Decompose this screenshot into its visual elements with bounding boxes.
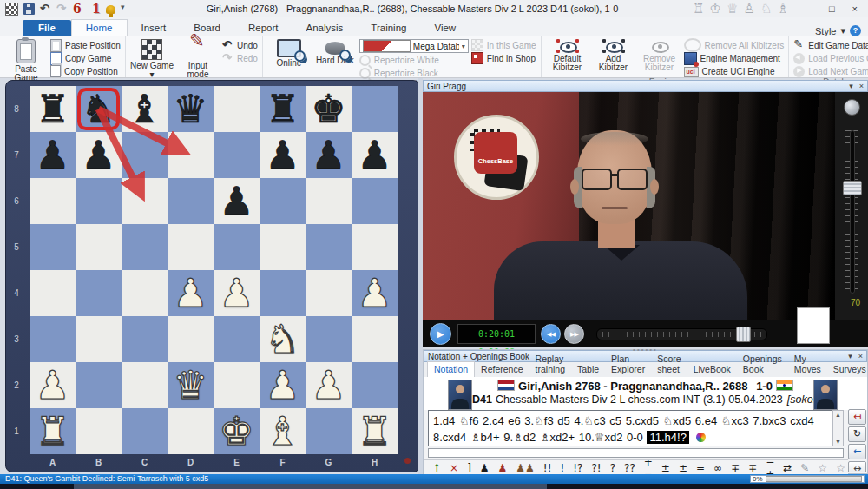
- volume-slider[interactable]: [845, 130, 858, 294]
- notation-tab-surveys[interactable]: Surveys: [827, 362, 868, 377]
- move-0-0[interactable]: 0-0: [627, 431, 643, 444]
- move-b4[interactable]: ♗b4+: [470, 431, 500, 444]
- button-remove-kibitzer[interactable]: Remove Kibitzer: [638, 38, 681, 72]
- button-repertoire-black[interactable]: Repertoire Black: [359, 67, 469, 79]
- annotation-symbol-15[interactable]: =: [696, 462, 705, 474]
- button-load-next-game[interactable]: Load Next Game: [793, 65, 868, 77]
- redo-button[interactable]: [56, 3, 68, 15]
- button-online[interactable]: Online: [267, 38, 311, 68]
- tab-training[interactable]: Training: [357, 20, 420, 36]
- piece-a1[interactable]: ♜: [30, 408, 76, 454]
- square-b2[interactable]: [76, 362, 122, 408]
- piece-h1[interactable]: ♜: [352, 408, 398, 454]
- square-e7[interactable]: [214, 132, 260, 178]
- button-remove-all-kibitzers[interactable]: Remove All Kibitzers: [684, 39, 785, 51]
- annotation-symbol-22[interactable]: ☆: [818, 462, 827, 474]
- tab-insert[interactable]: Insert: [128, 20, 181, 36]
- move-11-h4[interactable]: 11.h4!?: [647, 431, 688, 444]
- square-g5[interactable]: [306, 224, 352, 270]
- move-2-c4[interactable]: 2.c4: [483, 414, 504, 427]
- volume-slider-handle[interactable]: [843, 181, 862, 195]
- help-icon[interactable]: ?: [850, 25, 861, 36]
- seek-handle[interactable]: [736, 327, 751, 342]
- scroll-up-icon[interactable]: ▲: [833, 412, 843, 418]
- maximize-button[interactable]: □: [829, 3, 835, 14]
- tab-report[interactable]: Report: [234, 20, 293, 36]
- button-load-previous-game[interactable]: Load Previous Game: [793, 52, 868, 64]
- move-cxd4[interactable]: cxd4: [790, 414, 813, 427]
- tab-analysis[interactable]: Analysis: [292, 20, 357, 36]
- move-3-f3[interactable]: 3.♘f3: [524, 414, 553, 427]
- piece-f2[interactable]: ♟: [260, 362, 306, 408]
- piece-h7[interactable]: ♟: [352, 132, 398, 178]
- annotation-symbol-0[interactable]: ↑: [432, 462, 441, 474]
- piece-g2[interactable]: ♟: [306, 362, 352, 408]
- annotation-symbol-13[interactable]: ±: [661, 462, 670, 474]
- button-mega-database-2023[interactable]: Mega Database 2023▾: [359, 39, 469, 53]
- style-caret-icon[interactable]: ▾: [840, 25, 845, 36]
- piece-d8[interactable]: ♛: [168, 86, 214, 132]
- button-undo[interactable]: Undo: [222, 39, 258, 51]
- move-e6[interactable]: e6: [508, 414, 520, 427]
- square-h5[interactable]: [352, 224, 398, 270]
- square-b1[interactable]: [76, 408, 122, 454]
- one-button[interactable]: [89, 3, 101, 15]
- annotation-symbol-11[interactable]: ??: [624, 462, 635, 474]
- button-paste-position[interactable]: Paste Position: [50, 39, 121, 51]
- piece-b7[interactable]: ♟: [76, 132, 122, 178]
- move-7-bxc3[interactable]: 7.bxc3: [753, 414, 786, 427]
- piece-f3[interactable]: ♞: [260, 316, 306, 362]
- piece-b8[interactable]: ♞: [76, 86, 122, 132]
- square-c3[interactable]: [122, 316, 168, 362]
- square-h3[interactable]: [352, 316, 398, 362]
- notation-tab-reference[interactable]: Reference: [475, 362, 529, 377]
- notation-tab-my-moves[interactable]: My Moves: [788, 352, 827, 377]
- button-copy-position[interactable]: Copy Position: [50, 65, 121, 77]
- square-b3[interactable]: [76, 316, 122, 362]
- move-xd2[interactable]: ♗xd2+: [540, 431, 575, 444]
- undo-button[interactable]: [40, 3, 51, 15]
- square-d5[interactable]: [168, 224, 214, 270]
- chess-board[interactable]: ♜♞♝♛♜♚♟♟♟♟♟♟♟♟♟♞♟♛♟♟♜♚♝♜: [30, 86, 398, 454]
- square-g4[interactable]: [306, 270, 352, 316]
- notation-tab-notation[interactable]: Notation: [427, 361, 475, 377]
- square-c5[interactable]: [122, 224, 168, 270]
- square-h2[interactable]: [352, 362, 398, 408]
- button-find-in-shop[interactable]: Find in Shop: [471, 52, 536, 64]
- square-g3[interactable]: [306, 316, 352, 362]
- annotation-symbol-2[interactable]: ]: [467, 462, 471, 474]
- move-xc3[interactable]: ♘xc3: [721, 414, 749, 427]
- notation-collapse-icon[interactable]: ▾: [848, 352, 852, 360]
- board-button[interactable]: [5, 3, 18, 16]
- piece-a2[interactable]: ♟: [30, 362, 76, 408]
- move-4-c3[interactable]: 4.♘c3: [574, 414, 605, 427]
- square-a5[interactable]: [30, 224, 76, 270]
- square-d3[interactable]: [168, 316, 214, 362]
- annotation-symbol-8[interactable]: !?: [573, 462, 582, 474]
- square-e5[interactable]: [214, 224, 260, 270]
- piece-h4[interactable]: ♟: [352, 270, 398, 316]
- close-button[interactable]: ×: [852, 3, 858, 14]
- square-a3[interactable]: [30, 316, 76, 362]
- fast-forward-button[interactable]: ▶▶: [564, 324, 584, 344]
- button-engine-management[interactable]: Engine Management: [684, 52, 785, 64]
- annotation-symbol-14[interactable]: ±: [679, 462, 687, 474]
- annotation-symbol-3[interactable]: ♟: [480, 462, 490, 474]
- annotation-symbol-18[interactable]: ∓: [748, 462, 757, 474]
- square-f6[interactable]: [260, 178, 306, 224]
- button-paste-game[interactable]: Paste Game: [4, 38, 48, 83]
- video-pane-header[interactable]: Giri Pragg ▾ ×: [423, 80, 868, 92]
- cb6-button[interactable]: [73, 3, 84, 15]
- square-d7[interactable]: [168, 132, 214, 178]
- square-a4[interactable]: [30, 270, 76, 316]
- square-c2[interactable]: [122, 362, 168, 408]
- piece-f1[interactable]: ♝: [260, 408, 306, 454]
- save-button[interactable]: [23, 3, 35, 15]
- square-c4[interactable]: [122, 270, 168, 316]
- square-e8[interactable]: [214, 86, 260, 132]
- move-1-d4[interactable]: 1.d4: [433, 414, 455, 427]
- tab-board[interactable]: Board: [180, 20, 234, 36]
- button-hard-disk[interactable]: Hard Disk: [313, 38, 357, 65]
- piece-f8[interactable]: ♜: [260, 86, 306, 132]
- button-edit-game-data[interactable]: Edit Game Data: [793, 39, 868, 51]
